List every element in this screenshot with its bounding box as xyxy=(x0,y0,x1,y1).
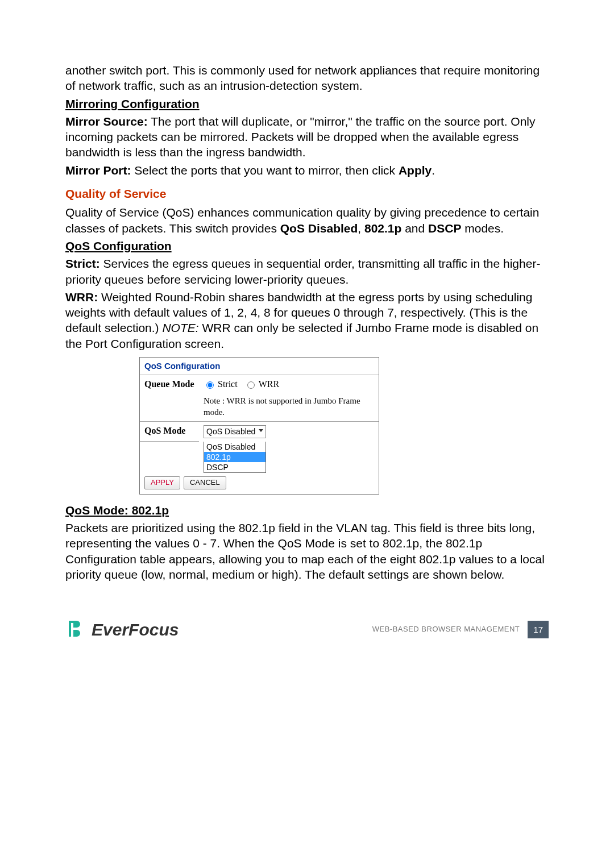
qos-intro-e: and xyxy=(401,222,428,235)
mirroring-config-heading: Mirroring Configuration xyxy=(65,96,549,111)
svg-rect-0 xyxy=(71,623,73,637)
strict-label: Strict: xyxy=(65,257,100,270)
wrr-note-label: NOTE: xyxy=(162,321,198,334)
qos-mode-option-disabled[interactable]: QoS Disabled xyxy=(204,442,265,452)
qos-config-panel: QoS Configuration Queue Mode Strict WRR … xyxy=(139,357,379,495)
qos-intro-d: 802.1p xyxy=(364,222,401,235)
page-footer: EverFocus WEB-BASED BROWSER MANAGEMENT 1… xyxy=(65,618,549,641)
qos-heading: Quality of Service xyxy=(65,186,549,201)
mirror-port-text-b: . xyxy=(432,164,435,177)
queue-mode-strict-radio[interactable] xyxy=(206,381,214,389)
qos-intro-g: modes. xyxy=(461,222,504,235)
qos-mode-selected: QoS Disabled xyxy=(206,426,255,437)
mirror-port-apply: Apply xyxy=(399,164,432,177)
mirror-port-text-a: Select the ports that you want to mirror… xyxy=(131,164,399,177)
page-number: 17 xyxy=(528,621,549,639)
mirror-source-paragraph: Mirror Source: The port that will duplic… xyxy=(65,114,549,160)
apply-button[interactable]: APPLY xyxy=(144,476,180,489)
qos-intro-c: , xyxy=(358,222,364,235)
queue-mode-label: Queue Mode xyxy=(140,375,199,422)
mirror-port-label: Mirror Port: xyxy=(65,164,131,177)
everfocus-icon xyxy=(65,620,86,640)
wrr-paragraph: WRR: Weighted Round-Robin shares bandwid… xyxy=(65,289,549,351)
qos-mode-label: QoS Mode xyxy=(140,422,199,442)
strict-text: Services the egress queues in sequential… xyxy=(65,257,540,285)
wrr-label: WRR: xyxy=(65,290,98,304)
queue-mode-wrr-radio[interactable] xyxy=(247,381,255,389)
qos-config-heading: QoS Configuration xyxy=(65,238,549,254)
qos-mode-option-dscp[interactable]: DSCP xyxy=(204,462,265,472)
queue-mode-note: Note : WRR is not supported in Jumbo Fra… xyxy=(204,396,374,418)
qos-intro-f: DSCP xyxy=(428,222,461,235)
qos-8021p-text: Packets are prioritized using the 802.1p… xyxy=(65,520,549,582)
qos-mode-select[interactable]: QoS Disabled xyxy=(204,425,266,438)
cancel-button[interactable]: CANCEL xyxy=(184,476,226,489)
queue-mode-wrr-label: WRR xyxy=(259,379,279,391)
queue-mode-strict-label: Strict xyxy=(218,379,238,391)
intro-paragraph: another switch port. This is commonly us… xyxy=(65,63,549,94)
panel-title: QoS Configuration xyxy=(140,358,379,375)
qos-intro-b: QoS Disabled xyxy=(280,222,358,235)
brand-logo: EverFocus xyxy=(65,618,179,641)
mirror-port-paragraph: Mirror Port: Select the ports that you w… xyxy=(65,163,549,178)
strict-paragraph: Strict: Services the egress queues in se… xyxy=(65,256,549,287)
qos-intro: Quality of Service (QoS) enhances commun… xyxy=(65,205,549,236)
qos-mode-dropdown-list: QoS Disabled 802.1p DSCP xyxy=(204,442,266,473)
brand-name: EverFocus xyxy=(92,618,179,641)
mirror-source-label: Mirror Source: xyxy=(65,115,148,128)
qos-8021p-heading: QoS Mode: 802.1p xyxy=(65,502,549,518)
footer-label: WEB-BASED BROWSER MANAGEMENT xyxy=(372,625,520,634)
qos-mode-option-8021p[interactable]: 802.1p xyxy=(204,452,265,462)
